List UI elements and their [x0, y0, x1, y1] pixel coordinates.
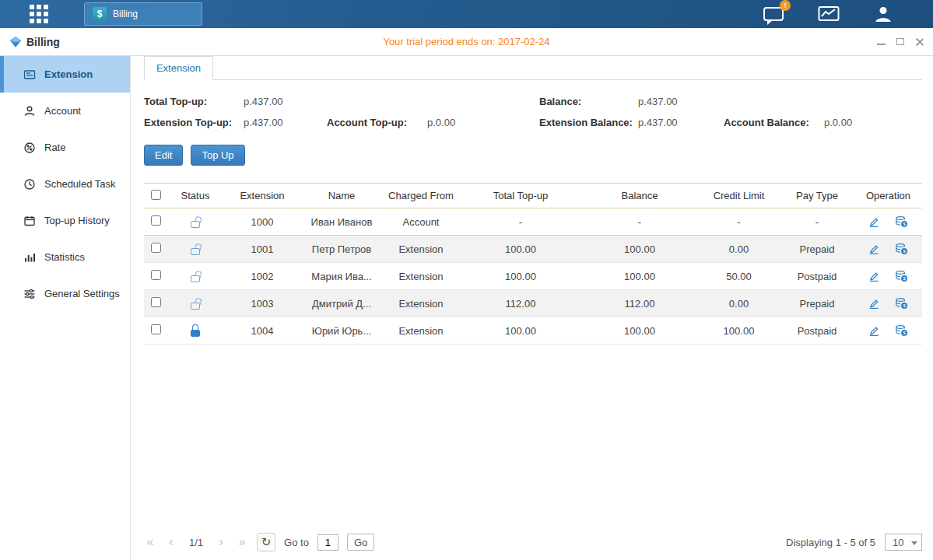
top-up-button[interactable]: Top Up: [191, 145, 244, 166]
goto-page-input[interactable]: [317, 534, 338, 551]
edit-extension-button[interactable]: [868, 298, 880, 310]
cell-extension: 1003: [223, 290, 301, 317]
notifications-chat-icon[interactable]: !: [763, 7, 784, 21]
cell-name: Петр Петров: [301, 236, 382, 263]
first-page-icon[interactable]: «: [144, 535, 156, 549]
sidebar-item-extension[interactable]: Extension: [0, 56, 130, 93]
sidebar-item-scheduled-task[interactable]: Scheduled Task: [0, 166, 130, 202]
svg-text:$: $: [903, 249, 907, 254]
sidebar-label: General Settings: [44, 288, 120, 299]
go-button[interactable]: Go: [347, 534, 374, 551]
topbar: $ Billing !: [0, 0, 933, 28]
minimize-window-icon[interactable]: [877, 44, 886, 45]
table-header-row: Status Extension Name Charged From Total…: [144, 184, 922, 208]
tab-strip: Extension: [144, 56, 922, 80]
lock-status-icon: [191, 221, 200, 228]
edit-extension-button[interactable]: [868, 271, 880, 282]
next-page-icon[interactable]: ›: [215, 535, 227, 549]
bar-chart-icon: [23, 251, 36, 264]
account-topup-value: p.0.00: [427, 117, 539, 128]
sidebar-item-rate[interactable]: Rate: [0, 129, 130, 166]
close-window-icon[interactable]: [915, 37, 924, 46]
billing-summary: Total Top-up: p.437.00 Balance: p.437.00…: [144, 96, 922, 128]
previous-page-icon[interactable]: ‹: [165, 535, 177, 549]
last-page-icon[interactable]: »: [236, 535, 248, 549]
svg-text:$: $: [903, 276, 907, 282]
extension-table-wrapper: Status Extension Name Charged From Total…: [144, 183, 922, 345]
extension-balance-label: Extension Balance:: [539, 117, 638, 128]
billing-dollar-icon: $: [93, 7, 107, 21]
balance-label: Balance:: [539, 96, 638, 107]
cell-balance: 100.00: [581, 317, 698, 345]
sidebar-item-account[interactable]: Account: [0, 93, 130, 129]
header-extension: Extension: [223, 184, 301, 208]
select-all-checkbox[interactable]: [151, 190, 161, 200]
resource-monitor-icon[interactable]: [818, 5, 840, 23]
cell-balance: 112.00: [581, 290, 698, 317]
header-balance: Balance: [581, 184, 698, 208]
row-checkbox[interactable]: [151, 243, 161, 253]
cell-name: Юрий Юрь...: [301, 317, 382, 345]
table-row: 1001 Петр Петров Extension 100.00 100.00…: [144, 236, 922, 263]
account-icon: [23, 105, 36, 117]
table-row: 1003 Дмитрий Д... Extension 112.00 112.0…: [144, 290, 922, 317]
sidebar-item-general-settings[interactable]: General Settings: [0, 275, 130, 312]
cell-balance: 100.00: [581, 263, 698, 290]
cell-total-topup: 112.00: [460, 290, 581, 317]
extension-topup-label: Extension Top-up:: [144, 117, 244, 128]
total-topup-label: Total Top-up:: [144, 96, 244, 107]
lock-status-icon: [191, 275, 200, 282]
edit-extension-button[interactable]: [868, 243, 880, 255]
row-checkbox[interactable]: [151, 297, 161, 307]
window-title: Billing: [26, 36, 60, 48]
window-controls: [877, 37, 924, 46]
row-checkbox[interactable]: [151, 324, 161, 334]
goto-label: Go to: [284, 537, 309, 548]
user-account-icon[interactable]: [874, 5, 893, 23]
cell-pay-type: Postpaid: [780, 317, 854, 345]
cell-charged-from: Extension: [382, 263, 460, 290]
apps-grid-icon[interactable]: [30, 5, 48, 23]
cell-pay-type: -: [780, 208, 854, 236]
topup-extension-button[interactable]: $: [895, 215, 908, 228]
cell-pay-type: Prepaid: [780, 236, 854, 263]
lock-status-icon: [191, 248, 200, 255]
header-name: Name: [301, 184, 382, 208]
topup-extension-button[interactable]: $: [895, 270, 908, 282]
edit-extension-button[interactable]: [868, 325, 880, 337]
cell-extension: 1004: [223, 317, 301, 345]
cell-credit-limit: 0.00: [698, 290, 780, 317]
cell-extension: 1000: [223, 208, 301, 236]
row-checkbox[interactable]: [151, 215, 161, 226]
page-indicator: 1/1: [189, 537, 203, 548]
sidebar-item-statistics[interactable]: Statistics: [0, 239, 130, 275]
topup-extension-button[interactable]: $: [895, 324, 908, 337]
cell-credit-limit: -: [698, 208, 780, 236]
cell-charged-from: Extension: [382, 317, 460, 345]
sidebar-label: Rate: [44, 142, 65, 153]
main-content: Extension Total Top-up: p.437.00 Balance…: [131, 56, 933, 560]
topbar-tab-billing[interactable]: $ Billing: [84, 2, 202, 26]
cell-balance: 100.00: [581, 236, 698, 263]
refresh-icon[interactable]: ↻: [257, 533, 275, 551]
sidebar-label: Extension: [44, 68, 93, 80]
edit-button[interactable]: Edit: [144, 145, 183, 166]
sidebar-label: Statistics: [44, 251, 85, 263]
tab-extension[interactable]: Extension: [144, 56, 213, 80]
cell-pay-type: Postpaid: [780, 263, 854, 290]
header-checkbox-cell: [144, 184, 167, 208]
cell-credit-limit: 50.00: [698, 263, 780, 290]
header-status: Status: [167, 184, 223, 208]
extension-table: Status Extension Name Charged From Total…: [144, 183, 922, 345]
cell-credit-limit: 0.00: [698, 236, 780, 263]
cell-total-topup: -: [460, 208, 581, 236]
topup-extension-button[interactable]: $: [895, 297, 908, 310]
page-size-select[interactable]: 10: [885, 534, 922, 551]
extension-topup-value: p.437.00: [244, 117, 327, 128]
sidebar-item-topup-history[interactable]: Top-up History: [0, 202, 130, 239]
lock-status-icon: [191, 303, 200, 310]
edit-extension-button[interactable]: [868, 216, 880, 228]
topup-extension-button[interactable]: $: [895, 243, 908, 255]
row-checkbox[interactable]: [151, 270, 161, 280]
maximize-window-icon[interactable]: [896, 38, 904, 45]
